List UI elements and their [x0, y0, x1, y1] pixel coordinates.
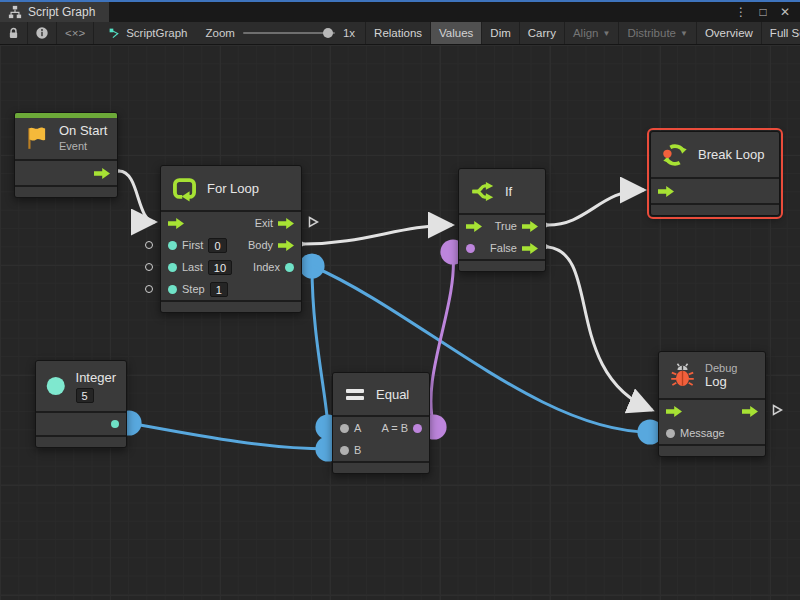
row-enter [651, 179, 779, 203]
code-preview-button[interactable]: <×> [57, 22, 94, 44]
carry-button[interactable]: Carry [520, 22, 565, 44]
row-output [36, 413, 126, 435]
port-flow-input[interactable] [168, 218, 184, 229]
first-value-field[interactable]: 0 [208, 238, 226, 253]
values-button[interactable]: Values [431, 22, 482, 44]
node-footer [36, 437, 126, 447]
zoom-slider[interactable] [243, 32, 335, 34]
port-step-input[interactable] [168, 285, 177, 294]
close-icon[interactable]: ✕ [776, 3, 794, 21]
lock-button[interactable] [0, 22, 28, 44]
for-loop-icon [171, 175, 198, 202]
info-icon [35, 26, 49, 40]
node-integer[interactable]: Integer 5 [35, 360, 127, 448]
port-label: False [490, 242, 517, 254]
info-button[interactable] [28, 22, 57, 44]
result-port-dot [413, 424, 422, 433]
row-b: B [333, 439, 429, 461]
tab-script-graph[interactable]: Script Graph [0, 2, 109, 22]
unconnected-exit-marker [308, 216, 319, 230]
port-label: True [495, 220, 517, 232]
port-label: Step [182, 283, 205, 295]
port-body-output[interactable]: Body [248, 239, 294, 251]
node-footer [15, 187, 117, 197]
port-condition-input[interactable] [466, 244, 475, 253]
row-enter-exit: Exit [161, 212, 301, 234]
flow-arrow-icon [742, 406, 758, 417]
last-value-field[interactable]: 10 [208, 260, 232, 275]
wire-index-to-equal-a[interactable] [312, 266, 328, 427]
if-branch-icon [469, 178, 496, 205]
port-false-output[interactable]: False [490, 242, 538, 254]
integer-value-field[interactable]: 5 [76, 388, 94, 403]
port-first-input[interactable] [168, 241, 177, 250]
port-true-output[interactable]: True [495, 220, 538, 232]
align-dropdown[interactable]: Align ▼ [565, 22, 620, 44]
flow-arrow-icon [278, 218, 294, 229]
wire-body-to-if[interactable] [304, 225, 452, 244]
graph-canvas[interactable]: On Start Event For Loop [0, 45, 800, 600]
node-subtitle: Event [59, 140, 107, 152]
node-footer [459, 261, 545, 271]
port-flow-input[interactable] [666, 406, 682, 417]
flag-icon [24, 125, 50, 151]
node-footer [651, 205, 779, 215]
flow-arrow-icon [666, 406, 682, 417]
port-exit-output[interactable]: Exit [255, 217, 294, 229]
node-category: Debug [705, 362, 737, 374]
row-flow [659, 400, 765, 422]
node-for-loop[interactable]: For Loop Exit First 0 [160, 165, 302, 313]
port-flow-input[interactable] [658, 186, 674, 197]
flow-arrow-icon [466, 221, 482, 232]
port-flow-output[interactable] [94, 168, 110, 179]
node-break-loop[interactable]: Break Loop [650, 131, 780, 216]
graph-name-label: ScriptGraph [126, 27, 187, 39]
relations-button[interactable]: Relations [366, 22, 431, 44]
flow-arrow-icon [94, 168, 110, 179]
window-menu-icon[interactable]: ⋮ [732, 3, 750, 21]
align-label: Align [573, 27, 599, 39]
step-value-field[interactable]: 1 [210, 282, 228, 297]
window-controls: ⋮ □ ✕ [732, 2, 800, 22]
node-title: Break Loop [698, 147, 765, 162]
node-debug-log[interactable]: Debug Log Message [658, 351, 766, 457]
port-flow-output[interactable] [742, 406, 758, 417]
node-title: Equal [376, 387, 409, 402]
distribute-dropdown[interactable]: Distribute ▼ [619, 22, 697, 44]
wire-false-to-debuglog[interactable] [548, 247, 652, 410]
flow-arrow-icon [278, 240, 294, 251]
port-b-input[interactable] [340, 446, 349, 455]
title-bar: Script Graph ⋮ □ ✕ [0, 0, 800, 22]
port-last-input[interactable] [168, 263, 177, 272]
lock-icon [7, 26, 20, 40]
port-value-output[interactable] [111, 420, 119, 428]
port-a-input[interactable] [340, 424, 349, 433]
node-equal[interactable]: Equal A A = B B [332, 372, 430, 474]
maximize-icon[interactable]: □ [754, 3, 772, 21]
port-message-input[interactable] [666, 429, 675, 438]
index-port-dot [285, 263, 294, 272]
fullscreen-button[interactable]: Full Screen [762, 22, 800, 44]
chevron-down-icon: ▼ [680, 29, 688, 38]
graph-breadcrumb[interactable]: ScriptGraph [94, 22, 197, 44]
node-footer [333, 463, 429, 473]
node-if[interactable]: If True False [458, 168, 546, 272]
row-a-result: A A = B [333, 417, 429, 439]
port-label: Message [680, 427, 725, 439]
zoom-slider-handle[interactable] [323, 28, 333, 38]
wire-true-to-breakloop[interactable] [548, 190, 644, 225]
port-label: Last [182, 261, 203, 273]
unconnected-step-marker [145, 285, 153, 293]
overview-button[interactable]: Overview [697, 22, 762, 44]
port-label: A = B [381, 422, 408, 434]
dim-button[interactable]: Dim [482, 22, 519, 44]
zoom-control: Zoom 1x [198, 22, 367, 44]
port-index-output[interactable]: Index [253, 261, 294, 273]
port-flow-input[interactable] [466, 221, 482, 232]
script-graph-icon [108, 27, 121, 40]
wire-integer-to-equal-b[interactable] [129, 423, 328, 449]
wire-onstart-to-forloop[interactable] [119, 171, 155, 222]
node-on-start[interactable]: On Start Event [14, 112, 118, 198]
port-result-output[interactable]: A = B [381, 422, 422, 434]
wire-equal-to-if-condition[interactable] [431, 252, 454, 427]
